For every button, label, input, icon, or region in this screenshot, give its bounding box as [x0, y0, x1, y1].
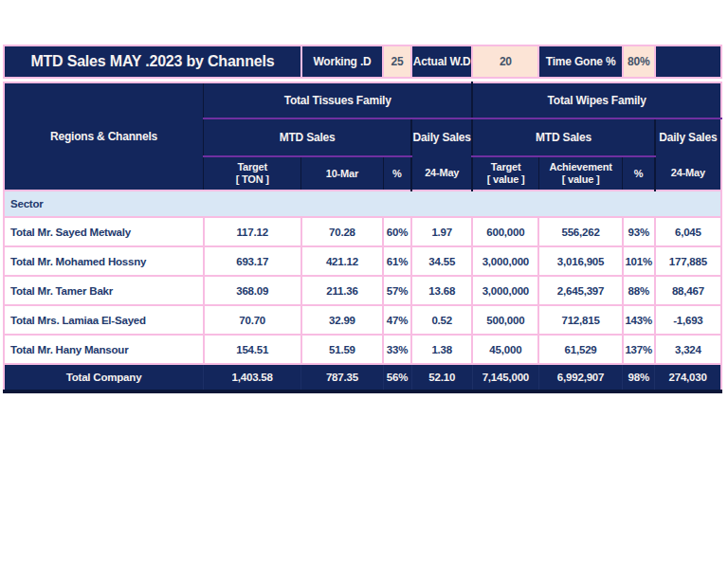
col-achievement-value: Achievement [ value ] [538, 156, 622, 191]
value-cell[interactable]: 88% [623, 276, 655, 305]
time-gone-label: Time Gone % [538, 45, 622, 78]
col-wipes-percent: % [623, 156, 655, 191]
row-name-cell[interactable]: Total Mr. Hany Mansour [4, 335, 204, 364]
table-row: Total Mr. Mohamed Hossny 693.17 421.12 6… [4, 246, 721, 276]
actual-wd-value[interactable]: 20 [472, 45, 538, 78]
actual-wd-label: Actual W.D [411, 45, 472, 78]
sector-label[interactable]: Sector [4, 191, 721, 217]
value-cell[interactable]: 33% [383, 335, 411, 364]
tissues-mtd-sales-header: MTD Sales [204, 118, 412, 156]
value-cell[interactable]: 3,000,000 [472, 246, 538, 276]
value-cell[interactable]: 93% [623, 217, 655, 246]
value-cell[interactable]: 600,000 [472, 217, 538, 246]
value-cell[interactable]: 51.59 [301, 335, 383, 364]
total-company-row: Total Company 1,403.58 787.35 56% 52.10 … [4, 364, 721, 391]
col-tissues-percent: % [383, 156, 411, 191]
col-wipes-24-may: 24-May [655, 156, 721, 191]
table-row: Total Mr. Tamer Bakr 368.09 211.36 57% 1… [4, 276, 721, 305]
working-days-value[interactable]: 25 [383, 45, 411, 78]
col-target-ton: Target [ TON ] [204, 156, 301, 191]
wipes-mtd-sales-header: MTD Sales [472, 118, 654, 156]
value-cell[interactable]: 57% [383, 276, 411, 305]
total-value-cell[interactable]: 7,145,000 [472, 364, 538, 391]
value-cell[interactable]: 211.36 [301, 276, 383, 305]
value-cell[interactable]: 0.52 [411, 305, 472, 335]
total-value-cell[interactable]: 52.10 [411, 364, 472, 391]
value-cell[interactable]: 143% [623, 305, 655, 335]
value-cell[interactable]: 421.12 [301, 246, 383, 276]
value-cell[interactable]: 13.68 [411, 276, 472, 305]
total-value-cell[interactable]: 274,030 [655, 364, 721, 391]
sales-report-sheet: MTD Sales MAY .2023 by Channels Working … [3, 45, 725, 393]
value-cell[interactable]: 712,815 [538, 305, 622, 335]
value-cell[interactable]: 32.99 [301, 305, 383, 335]
col-target-value: Target [ value ] [472, 156, 538, 191]
table-row: Total Mr. Hany Mansour 154.51 51.59 33% … [4, 335, 721, 364]
wipes-daily-sales-header: Daily Sales [655, 118, 721, 156]
value-cell[interactable]: 3,000,000 [472, 276, 538, 305]
value-cell[interactable]: 3,324 [655, 335, 721, 364]
value-cell[interactable]: 154.51 [204, 335, 301, 364]
value-cell[interactable]: 70.70 [204, 305, 301, 335]
value-cell[interactable]: 1.97 [411, 217, 472, 246]
table-row: Total Mr. Sayed Metwaly 117.12 70.28 60%… [4, 217, 721, 246]
col-tissues-24-may: 24-May [411, 156, 472, 191]
value-cell[interactable]: 177,885 [655, 246, 721, 276]
total-value-cell[interactable]: 1,403.58 [204, 364, 301, 391]
value-cell[interactable]: 70.28 [301, 217, 383, 246]
row-name-cell[interactable]: Total Mr. Tamer Bakr [4, 276, 204, 305]
value-cell[interactable]: 556,262 [538, 217, 622, 246]
value-cell[interactable]: 88,467 [655, 276, 721, 305]
time-gone-value[interactable]: 80% [623, 45, 655, 78]
total-value-cell[interactable]: 6,992,907 [538, 364, 622, 391]
value-cell[interactable]: 117.12 [204, 217, 301, 246]
value-cell[interactable]: 61,529 [538, 335, 622, 364]
regions-channels-header: Regions & Channels [4, 82, 204, 191]
value-cell[interactable]: 47% [383, 305, 411, 335]
report-title: MTD Sales MAY .2023 by Channels [4, 45, 301, 78]
value-cell[interactable]: 45,000 [472, 335, 538, 364]
tissues-daily-sales-header: Daily Sales [411, 118, 472, 156]
total-value-cell[interactable]: 787.35 [301, 364, 383, 391]
value-cell[interactable]: 693.17 [204, 246, 301, 276]
sales-table: Regions & Channels Total Tissues Family … [3, 82, 722, 393]
table-row: Total Mrs. Lamiaa El-Sayed 70.70 32.99 4… [4, 305, 721, 335]
col-10-mar: 10-Mar [301, 156, 383, 191]
total-value-cell[interactable]: 98% [623, 364, 655, 391]
row-name-cell[interactable]: Total Mrs. Lamiaa El-Sayed [4, 305, 204, 335]
banner-blank-cell [655, 45, 721, 78]
working-days-label: Working .D [301, 45, 383, 78]
value-cell[interactable]: 34.55 [411, 246, 472, 276]
value-cell[interactable]: 3,016,905 [538, 246, 622, 276]
value-cell[interactable]: 60% [383, 217, 411, 246]
value-cell[interactable]: 101% [623, 246, 655, 276]
title-banner: MTD Sales MAY .2023 by Channels Working … [3, 45, 722, 79]
row-name-cell[interactable]: Total Mr. Sayed Metwaly [4, 217, 204, 246]
value-cell[interactable]: -1,693 [655, 305, 721, 335]
value-cell[interactable]: 2,645,397 [538, 276, 622, 305]
value-cell[interactable]: 500,000 [472, 305, 538, 335]
value-cell[interactable]: 1.38 [411, 335, 472, 364]
row-name-cell[interactable]: Total Mr. Mohamed Hossny [4, 246, 204, 276]
value-cell[interactable]: 61% [383, 246, 411, 276]
value-cell[interactable]: 137% [623, 335, 655, 364]
total-company-label[interactable]: Total Company [4, 364, 204, 391]
tissues-family-header: Total Tissues Family [204, 82, 473, 118]
value-cell[interactable]: 6,045 [655, 217, 721, 246]
wipes-family-header: Total Wipes Family [472, 82, 721, 118]
sector-band: Sector [4, 191, 721, 217]
value-cell[interactable]: 368.09 [204, 276, 301, 305]
total-value-cell[interactable]: 56% [383, 364, 411, 391]
